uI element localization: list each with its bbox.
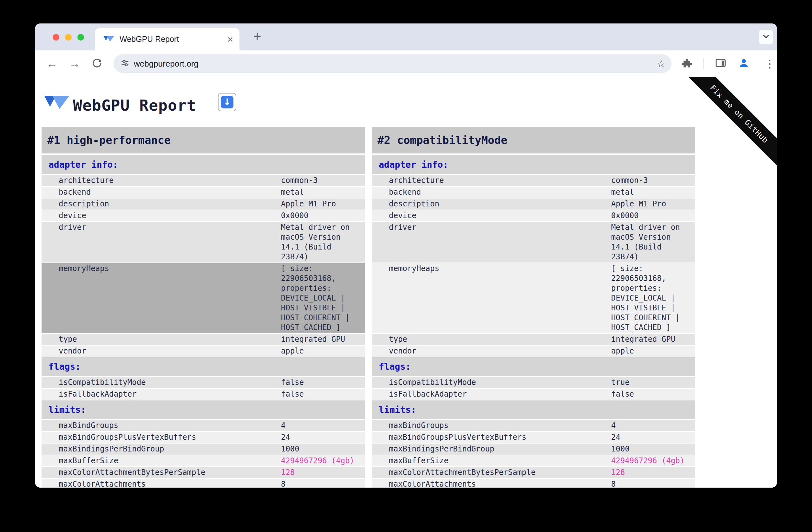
row-label: maxBindingsPerBindGroup — [372, 444, 611, 455]
overflow-menu-icon[interactable]: ⋮ — [765, 58, 775, 69]
row-label: description — [372, 198, 611, 210]
tab-search-button[interactable] — [759, 30, 773, 44]
row-label: maxColorAttachmentBytesPerSample — [42, 467, 281, 478]
url-text: webgpureport.org — [134, 59, 199, 69]
section-header: adapter info: — [42, 156, 365, 175]
row-value: metal — [281, 187, 365, 198]
row-label: device — [42, 210, 281, 221]
reload-button[interactable] — [91, 57, 103, 70]
row-label: maxBindGroups — [42, 420, 281, 431]
table-row: maxColorAttachmentBytesPerSample128 — [42, 467, 365, 479]
site-settings-icon[interactable] — [120, 58, 130, 70]
table-row: typeintegrated GPU — [372, 334, 695, 345]
row-value: false — [611, 389, 695, 400]
row-value: 128 — [281, 467, 365, 478]
row-value: common-3 — [281, 175, 365, 186]
table-row: architecturecommon-3 — [372, 175, 695, 187]
table-row: maxBindGroupsPlusVertexBuffers24 — [372, 432, 695, 444]
row-label: maxBindGroups — [372, 420, 611, 431]
row-label: vendor — [42, 345, 281, 357]
table-row: isCompatibilityModetrue — [372, 377, 695, 389]
row-value: 4 — [611, 420, 695, 431]
card-title: #1 high-performance — [42, 127, 365, 153]
new-tab-button[interactable]: + — [253, 29, 261, 43]
row-label: maxBindGroupsPlusVertexBuffers — [372, 432, 611, 443]
row-value: common-3 — [611, 175, 695, 186]
card-body: adapter info:architecturecommon-3backend… — [42, 156, 365, 488]
row-value: integrated GPU — [611, 334, 695, 345]
download-report-button[interactable]: ↓ — [218, 93, 236, 111]
row-label: architecture — [42, 175, 281, 186]
row-value: integrated GPU — [281, 334, 365, 345]
row-value: Apple M1 Pro — [281, 198, 365, 210]
fullscreen-window-button[interactable] — [77, 34, 84, 41]
row-value: apple — [611, 345, 695, 357]
table-row: isFallbackAdapterfalse — [42, 389, 365, 400]
row-value: false — [281, 389, 365, 400]
back-button[interactable]: ← — [46, 58, 58, 70]
section-header: limits: — [42, 400, 365, 420]
row-value: [ size: 22906503168, properties: DEVICE_… — [611, 263, 695, 333]
table-row: maxColorAttachments8 — [42, 479, 365, 488]
row-label: maxBufferSize — [372, 455, 611, 467]
row-label: maxColorAttachments — [42, 479, 281, 488]
forward-button[interactable]: → — [69, 58, 81, 70]
table-row: maxBufferSize4294967296 (4gb) — [372, 455, 695, 467]
browser-toolbar: ← → webgpureport.org ☆ — [35, 50, 777, 77]
table-row: maxBindGroupsPlusVertexBuffers24 — [42, 432, 365, 444]
table-row: device0x0000 — [372, 210, 695, 222]
row-label: driver — [372, 222, 611, 263]
extensions-icon[interactable] — [681, 57, 692, 70]
table-row: maxBindGroups4 — [372, 420, 695, 432]
row-value: 1000 — [281, 444, 365, 455]
minimize-window-button[interactable] — [65, 34, 72, 41]
row-label: architecture — [372, 175, 611, 186]
row-label: vendor — [372, 345, 611, 357]
chevron-down-icon — [761, 32, 771, 43]
card-title: #2 compatibilityMode — [372, 127, 695, 153]
table-row: device0x0000 — [42, 210, 365, 222]
close-window-button[interactable] — [53, 34, 59, 41]
row-label: driver — [42, 222, 281, 263]
row-label: maxBufferSize — [42, 455, 281, 467]
side-panel-icon[interactable] — [715, 57, 727, 70]
row-value: [ size: 22906503168, properties: DEVICE_… — [281, 263, 365, 333]
desktop-background: WebGPU Report × + ← → — [0, 0, 812, 532]
row-label: type — [372, 334, 611, 345]
section-header: limits: — [372, 400, 695, 420]
row-value: 24 — [611, 432, 695, 443]
table-row: maxBufferSize4294967296 (4gb) — [42, 455, 365, 467]
row-value: 4294967296 (4gb) — [611, 455, 695, 467]
row-value: metal — [611, 187, 695, 198]
browser-tab[interactable]: WebGPU Report × — [95, 28, 240, 50]
table-row: vendorapple — [42, 345, 365, 357]
table-row: maxBindingsPerBindGroup1000 — [372, 444, 695, 455]
gpu-adapter-card: #2 compatibilityMode adapter info:archit… — [372, 127, 695, 488]
table-row: maxBindGroups4 — [42, 420, 365, 432]
row-value: false — [281, 377, 365, 388]
address-bar[interactable]: webgpureport.org ☆ — [114, 54, 671, 73]
profile-avatar-icon[interactable] — [738, 57, 750, 70]
row-value: 128 — [611, 467, 695, 478]
row-value: 4294967296 (4gb) — [281, 455, 365, 467]
row-value: 24 — [281, 432, 365, 443]
row-value: Apple M1 Pro — [611, 198, 695, 210]
tab-close-icon[interactable]: × — [227, 34, 233, 44]
row-label: isCompatibilityMode — [42, 377, 281, 388]
row-label: memoryHeaps — [372, 263, 611, 333]
table-row: memoryHeaps[ size: 22906503168, properti… — [42, 263, 365, 334]
cards-row: #1 high-performance adapter info:archite… — [42, 127, 695, 488]
section-header: flags: — [372, 357, 695, 377]
row-label: device — [372, 210, 611, 221]
table-row: descriptionApple M1 Pro — [372, 198, 695, 210]
row-label: maxColorAttachmentBytesPerSample — [372, 467, 611, 478]
table-row: maxColorAttachmentBytesPerSample128 — [372, 467, 695, 479]
page-content: WebGPU Report ↓ Fix me on GitHub #1 high… — [35, 77, 777, 488]
row-value: 8 — [611, 479, 695, 488]
table-row: memoryHeaps[ size: 22906503168, properti… — [372, 263, 695, 334]
row-value: Metal driver on macOS Version 14.1 (Buil… — [611, 222, 695, 263]
bookmark-star-icon[interactable]: ☆ — [656, 59, 666, 69]
webgpu-favicon-icon — [103, 34, 115, 44]
row-value: 1000 — [611, 444, 695, 455]
row-value: true — [611, 377, 695, 388]
